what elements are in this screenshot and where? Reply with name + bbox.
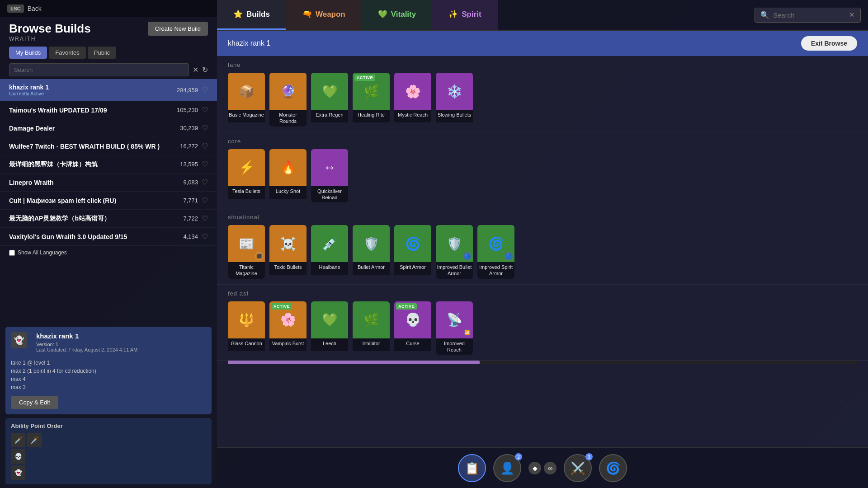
item-icon: 🌀 xyxy=(405,236,421,251)
item-icon: 🛡️ xyxy=(363,236,379,251)
section-core-label: core xyxy=(228,138,857,145)
esc-badge: ESC xyxy=(7,5,24,13)
tab-favorites[interactable]: Favorites xyxy=(49,47,85,59)
item-card-healbane[interactable]: 💉 Healbane xyxy=(311,225,348,279)
item-name: Healbane xyxy=(311,262,348,275)
build-item[interactable]: 最无脑的AP灵魅教学（b站高谱哥） 7,722♡ xyxy=(0,210,217,228)
weapon-tab-icon: 🔫 xyxy=(302,9,312,19)
item-card-titanic-magazine[interactable]: 📰 ⬛ Titanic Magazine xyxy=(228,225,265,279)
item-card-toxic-bullets[interactable]: ☠️ Toxic Bullets xyxy=(269,225,307,279)
item-card-glass-cannon[interactable]: 🔱 Glass Cannon xyxy=(228,301,265,355)
build-header-bar: khazix rank 1 Exit Browse xyxy=(217,31,868,56)
ability-icon: 📋 xyxy=(465,461,479,475)
tab-public[interactable]: Public xyxy=(88,47,116,59)
build-item[interactable]: Vaxitylol's Gun Wraith 3.0 Updated 9/15 … xyxy=(0,228,217,246)
item-card-vampiric-burst[interactable]: ACTIVE 🌸 Vampiric Burst xyxy=(269,301,307,355)
item-name: Tesla Bullets xyxy=(228,186,265,199)
tab-my-builds[interactable]: My Builds xyxy=(9,47,47,59)
item-card-inhibitor[interactable]: 🌿 Inhibitor xyxy=(353,301,390,355)
item-card-improved-bullet-armor[interactable]: 🛡️ 🔵 Improved Bullet Armor xyxy=(436,225,473,279)
item-name: Quicksilver Reload xyxy=(311,186,348,203)
item-icon: 🌿 xyxy=(363,312,379,327)
show-languages-label: Show All Languages xyxy=(18,249,67,256)
character-icon: 👤 xyxy=(500,461,514,475)
build-item[interactable]: Taimou's Wraith UPDATED 17/09 105,230♡ xyxy=(0,101,217,119)
bottom-icon-action[interactable]: ⚔️ 3 xyxy=(564,454,592,482)
refresh-button[interactable]: ↻ xyxy=(202,66,208,74)
heart-icon[interactable]: ♡ xyxy=(202,86,208,94)
tab-builds[interactable]: ⭐ Builds xyxy=(217,0,286,30)
items-row-situational: 📰 ⬛ Titanic Magazine ☠️ Toxic Bullets 💉 xyxy=(228,225,857,279)
item-name: Toxic Bullets xyxy=(269,262,307,275)
exit-browse-button[interactable]: Exit Browse xyxy=(801,36,857,51)
build-active-tag: Currently Active xyxy=(9,91,49,96)
tab-vitality[interactable]: 💚 Vitality xyxy=(362,0,432,30)
right-search-input[interactable] xyxy=(773,11,845,19)
search-clear-button[interactable]: ✕ xyxy=(193,66,198,74)
ability-icon: 👻 xyxy=(11,465,25,480)
search-row: ✕ ↻ xyxy=(0,61,217,79)
top-nav: ⭐ Builds 🔫 Weapon 💚 Vitality ✨ Spirit 🔍 … xyxy=(217,0,868,31)
infinity-symbol[interactable]: ∞ xyxy=(544,462,557,474)
copy-edit-button[interactable]: Copy & Edit xyxy=(11,396,58,409)
vitality-tab-label: Vitality xyxy=(391,10,416,19)
item-name: Slowing Bullets xyxy=(436,110,473,122)
item-card-improved-reach[interactable]: 📡 📶 Improved Reach xyxy=(436,301,473,355)
builds-tab-icon: ⭐ xyxy=(233,9,243,19)
item-name: Lucky Shot xyxy=(269,186,307,199)
item-card-spirit-armor[interactable]: 🌀 Spirit Armor xyxy=(394,225,431,279)
item-icon: 🌸 xyxy=(405,84,421,99)
improved-badge: 🔵 xyxy=(505,252,513,260)
build-item[interactable]: Damage Dealer 30,239♡ xyxy=(0,119,217,137)
browse-title: Browse Builds xyxy=(9,22,91,36)
diamond-symbol[interactable]: ◆ xyxy=(528,462,541,474)
action-icon: ⚔️ xyxy=(571,461,585,475)
item-icon: ↔️ xyxy=(323,160,336,175)
item-name: Improved Spirit Armor xyxy=(477,262,514,279)
item-card-bullet-armor[interactable]: 🛡️ Bullet Armor xyxy=(353,225,390,279)
build-item[interactable]: Wulfee7 Twitch - BEST WRAITH BUILD ( 85%… xyxy=(0,137,217,155)
build-item[interactable]: khazix rank 1 Currently Active 284,959 ♡ xyxy=(0,79,217,101)
detail-card-title: khazix rank 1 xyxy=(36,332,137,340)
item-card-slowing-bullets[interactable]: ❄️ Slowing Bullets xyxy=(436,73,473,127)
builds-tab-label: Builds xyxy=(246,10,270,19)
right-panel: ⭐ Builds 🔫 Weapon 💚 Vitality ✨ Spirit 🔍 … xyxy=(217,0,868,488)
section-situational-label: situational xyxy=(228,214,857,221)
section-core: core ⚡ Tesla Bullets 🔥 Lucky Shot xyxy=(217,132,868,209)
section-fed-asf: fed asf 🔱 Glass Cannon ACTIVE 🌸 Vampiric… xyxy=(217,285,868,361)
item-icon: 💚 xyxy=(322,312,338,327)
build-item[interactable]: 最详细的黑帮妹（卡牌妹）构筑 13,595♡ xyxy=(0,155,217,174)
create-new-build-button[interactable]: Create New Build xyxy=(148,22,208,36)
item-name: Basic Magazine xyxy=(228,110,265,122)
build-item[interactable]: Cult | Мафиози spam left click (RU) 7,77… xyxy=(0,192,217,210)
detail-last-updated: Last Updated: Friday, August 2, 2024 4:1… xyxy=(36,347,137,352)
item-card-basic-magazine[interactable]: 📦 Basic Magazine xyxy=(228,73,265,127)
bottom-icon-magic[interactable]: 🌀 xyxy=(599,454,627,482)
ability-order-title: Ability Point Order xyxy=(11,422,206,429)
bottom-icon-character[interactable]: 👤 2 xyxy=(493,454,521,482)
show-languages-checkbox[interactable] xyxy=(9,250,15,256)
items-row-lane: 📦 Basic Magazine 🔮 Monster Rounds 💚 Extr… xyxy=(228,73,857,127)
left-panel: ESC Back Browse Builds Create New Build … xyxy=(0,0,217,488)
item-card-mystic-reach[interactable]: 🌸 Mystic Reach xyxy=(394,73,431,127)
item-card-monster-rounds[interactable]: 🔮 Monster Rounds xyxy=(269,73,307,127)
item-card-tesla-bullets[interactable]: ⚡ Tesla Bullets xyxy=(228,149,265,203)
item-icon: 🛡️ xyxy=(447,236,462,251)
item-card-lucky-shot[interactable]: 🔥 Lucky Shot xyxy=(269,149,307,203)
item-card-healing-rite[interactable]: ACTIVE 🌿 Healing Rite xyxy=(353,73,390,127)
search-input[interactable] xyxy=(9,63,189,76)
item-card-quicksilver-reload[interactable]: ↔️ Quicksilver Reload xyxy=(311,149,348,203)
tab-weapon[interactable]: 🔫 Weapon xyxy=(286,0,362,30)
item-card-improved-spirit-armor[interactable]: 🌀 🔵 Improved Spirit Armor xyxy=(477,225,514,279)
active-badge: ACTIVE xyxy=(271,303,292,310)
right-search-clear[interactable]: ✕ xyxy=(849,11,855,19)
bottom-symbols: ◆ ∞ xyxy=(528,462,557,474)
item-card-extra-regen[interactable]: 💚 Extra Regen xyxy=(311,73,348,127)
build-item[interactable]: Linepro Wraith 9,083♡ xyxy=(0,174,217,192)
tab-spirit[interactable]: ✨ Spirit xyxy=(432,0,497,30)
item-card-leech[interactable]: 💚 Leech xyxy=(311,301,348,355)
item-card-curse[interactable]: ACTIVE 💀 Curse xyxy=(394,301,431,355)
bottom-icon-ability[interactable]: 📋 xyxy=(458,454,486,482)
builds-content: khazix rank 1 Exit Browse lane 📦 Basic M… xyxy=(217,31,868,447)
back-label[interactable]: Back xyxy=(28,5,42,12)
